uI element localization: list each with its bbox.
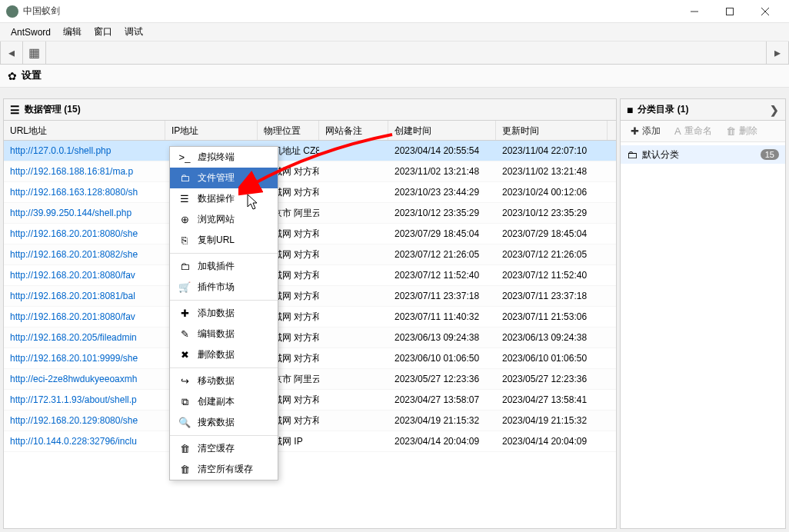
menu-antsword[interactable]: AntSword	[5, 25, 57, 40]
url-link[interactable]: http://192.168.20.201:8080/she	[10, 228, 138, 239]
url-link[interactable]: http://127.0.0.1/shell.php	[10, 145, 111, 156]
menu-item-文件管理[interactable]: 🗀文件管理	[170, 168, 278, 188]
toolbar-back-button[interactable]: ◂	[0, 42, 23, 64]
category-tree: 🗀 默认分类 15	[621, 142, 785, 528]
menu-window[interactable]: 窗口	[88, 23, 118, 41]
table-row[interactable]: http://192.168.20.201:8080/fav192.168.20…	[4, 307, 616, 328]
menu-label: 搜索数据	[198, 416, 235, 429]
table-row[interactable]: http://192.168.163.128:8080/sh局域网 对方和您20…	[4, 182, 616, 203]
cell-url: http://192.168.20.205/fileadmin	[4, 332, 165, 343]
table-row[interactable]: http://192.168.20.201:8082/she192.168.20…	[4, 244, 616, 265]
table-row[interactable]: http://192.168.20.101:9999/she局域网 对方和您20…	[4, 348, 616, 369]
menu-edit[interactable]: 编辑	[57, 23, 88, 41]
svg-rect-1	[727, 8, 734, 15]
menu-item-插件市场[interactable]: 🛒插件市场	[170, 277, 278, 298]
col-note[interactable]: 网站备注	[319, 121, 388, 140]
data-grid[interactable]: URL地址 IP地址 物理位置 网站备注 创建时间 更新时间 http://12…	[4, 121, 616, 528]
url-link[interactable]: http://192.168.20.101:9999/she	[10, 353, 138, 364]
data-manage-panel: ☰ 数据管理 (15) URL地址 IP地址 物理位置 网站备注 创建时间 更新…	[3, 98, 617, 529]
toolbar-forward-button[interactable]: ▸	[766, 42, 789, 64]
folder-icon: 🗀	[178, 261, 191, 272]
menu-item-编辑数据[interactable]: ✎编辑数据	[170, 324, 278, 344]
url-link[interactable]: http://172.31.1.93/about/shell.p	[10, 394, 137, 405]
menu-label: 删除数据	[198, 348, 235, 361]
table-row[interactable]: http://172.31.1.93/about/shell.p局域网 对方和您…	[4, 390, 616, 411]
minimize-button[interactable]	[677, 0, 712, 23]
add-category-button[interactable]: ✚添加	[624, 122, 667, 140]
cell-updated: 2023/07/11 23:37:18	[496, 291, 608, 301]
plus-icon: ✚	[178, 308, 191, 319]
menu-item-搜索数据[interactable]: 🔍搜索数据	[170, 412, 278, 433]
url-link[interactable]: http://192.168.20.201:8082/she	[10, 249, 138, 260]
share-icon: ↪	[178, 375, 191, 387]
copy-icon: ⎘	[178, 234, 191, 246]
menu-label: 插件市场	[198, 281, 235, 294]
url-link[interactable]: http://192.168.20.201:8081/bal	[10, 291, 135, 301]
col-phys[interactable]: 物理位置	[258, 121, 319, 140]
col-url[interactable]: URL地址	[4, 121, 165, 140]
delete-category-button[interactable]: 🗑删除	[719, 122, 764, 140]
category-label: 默认分类	[642, 148, 679, 161]
table-row[interactable]: http://192.168.20.201:8080/she192.168.20…	[4, 224, 616, 244]
toolbar-grid-button[interactable]: ▦	[23, 42, 46, 64]
trash-icon: 🗑	[178, 464, 191, 475]
menu-item-清空所有缓存[interactable]: 🗑清空所有缓存	[170, 459, 278, 480]
menu-label: 数据操作	[198, 192, 235, 205]
url-link[interactable]: http://192.168.20.201:8080/fav	[10, 311, 135, 322]
maximize-button[interactable]	[712, 0, 747, 23]
category-count-badge: 15	[761, 149, 779, 160]
table-row[interactable]: http://10.144.0.228:32796/inclu局域网 IP202…	[4, 431, 616, 452]
url-link[interactable]: http://39.99.250.144/shell.php	[10, 208, 132, 218]
menu-label: 加载插件	[198, 260, 235, 273]
menu-item-虚拟终端[interactable]: >_虚拟终端	[170, 147, 278, 168]
menu-label: 创建副本	[198, 395, 235, 408]
menu-item-浏览网站[interactable]: ⊕浏览网站	[170, 209, 278, 230]
category-default[interactable]: 🗀 默认分类 15	[621, 145, 785, 164]
table-row[interactable]: http://127.0.0.1/shell.php127.0.0.1本机地址 …	[4, 141, 616, 161]
url-link[interactable]: http://eci-2ze8hwdukyeeoaxmh	[10, 374, 137, 384]
cell-updated: 2023/11/04 22:07:10	[496, 145, 608, 156]
collapse-icon[interactable]: ❯	[770, 104, 779, 116]
url-link[interactable]: http://192.168.163.128:8080/sh	[10, 187, 138, 198]
cell-updated: 2023/07/12 11:52:40	[496, 270, 608, 281]
table-row[interactable]: http://39.99.250.144/shell.php北京市 阿里云202…	[4, 203, 616, 224]
cell-url: http://eci-2ze8hwdukyeeoaxmh	[4, 374, 165, 384]
url-link[interactable]: http://192.168.188.16:81/ma.p	[10, 166, 133, 177]
cell-url: http://172.31.1.93/about/shell.p	[4, 394, 165, 405]
menu-item-数据操作[interactable]: ☰数据操作	[170, 188, 278, 209]
menu-debug[interactable]: 调试	[118, 23, 149, 41]
menu-item-创建副本[interactable]: ⧉创建副本	[170, 391, 278, 412]
menu-item-移动数据[interactable]: ↪移动数据	[170, 371, 278, 391]
rename-category-button[interactable]: A重命名	[667, 122, 719, 140]
col-ip[interactable]: IP地址	[165, 121, 258, 140]
cell-created: 2023/06/13 09:24:38	[388, 332, 496, 343]
data-panel-title: 数据管理 (15)	[25, 103, 81, 116]
table-row[interactable]: http://192.168.20.201:8081/bal192.168.20…	[4, 286, 616, 307]
cell-updated: 2023/10/12 23:35:29	[496, 208, 608, 218]
menu-item-删除数据[interactable]: ✖删除数据	[170, 344, 278, 365]
menu-item-复制URL[interactable]: ⎘复制URL	[170, 230, 278, 251]
url-link[interactable]: http://10.144.0.228:32796/inclu	[10, 436, 137, 447]
context-menu[interactable]: >_虚拟终端🗀文件管理☰数据操作⊕浏览网站⎘复制URL🗀加载插件🛒插件市场✚添加…	[169, 146, 278, 480]
url-link[interactable]: http://192.168.20.201:8080/fav	[10, 270, 135, 281]
trash-icon: 🗑	[178, 443, 191, 454]
url-link[interactable]: http://192.168.20.205/fileadmin	[10, 332, 137, 343]
settings-tab[interactable]: ✿ 设置	[0, 65, 789, 88]
cell-updated: 2023/07/11 21:53:06	[496, 311, 608, 322]
menu-item-清空缓存[interactable]: 🗑清空缓存	[170, 438, 278, 459]
close-button[interactable]	[747, 0, 783, 23]
menu-item-添加数据[interactable]: ✚添加数据	[170, 303, 278, 324]
cell-created: 2023/10/12 23:35:29	[388, 208, 496, 218]
table-row[interactable]: http://eci-2ze8hwdukyeeoaxmh106.14.123.1…	[4, 369, 616, 390]
table-row[interactable]: http://192.168.20.205/fileadmin局域网 对方和您2…	[4, 328, 616, 348]
cell-updated: 2023/07/12 21:26:05	[496, 249, 608, 260]
table-row[interactable]: http://192.168.20.201:8080/fav192.168.20…	[4, 265, 616, 286]
menu-item-加载插件[interactable]: 🗀加载插件	[170, 256, 278, 277]
col-ut[interactable]: 更新时间	[496, 121, 608, 140]
url-link[interactable]: http://192.168.20.129:8080/she	[10, 415, 138, 426]
menu-label: 复制URL	[198, 234, 235, 247]
toolbar-spacer	[46, 42, 766, 64]
col-ct[interactable]: 创建时间	[388, 121, 496, 140]
table-row[interactable]: http://192.168.188.16:81/ma.p192.168.188…	[4, 161, 616, 182]
table-row[interactable]: http://192.168.20.129:8080/she局域网 对方和您20…	[4, 411, 616, 431]
